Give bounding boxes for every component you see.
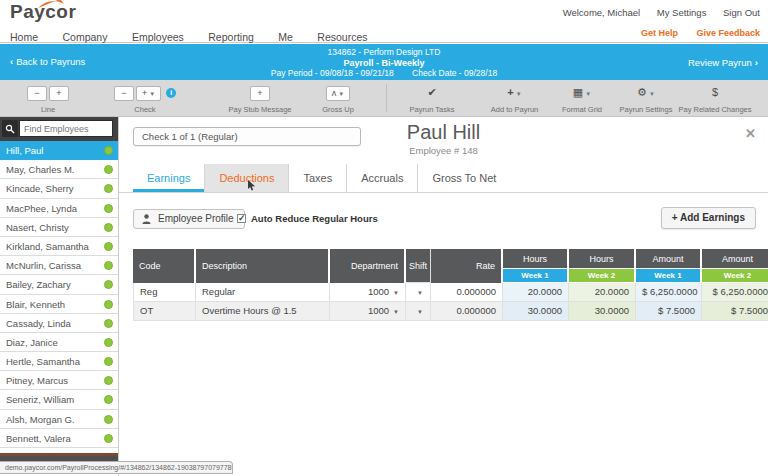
close-icon[interactable]: ✕: [745, 127, 756, 140]
status-dot-icon: [104, 204, 113, 213]
employee-list-item[interactable]: May, Charles M.: [0, 160, 118, 179]
give-feedback-link[interactable]: Give Feedback: [696, 28, 760, 38]
employee-list-item[interactable]: Alsh, Morgan G.: [0, 410, 118, 429]
browser-status-url: demo.paycor.com/PayrollProcessing/#/1348…: [0, 461, 233, 474]
employee-list-item[interactable]: Bennett, Valera: [0, 429, 118, 448]
earnings-row: OT Overtime Hours @ 1.5 1000▼ ▼ 0.000000…: [133, 302, 768, 321]
employee-name: McNurlin, Carissa: [6, 260, 81, 271]
earnings-grid: Code Description Department Shift Rate H…: [133, 249, 768, 321]
cell-rate[interactable]: 0.000000: [431, 283, 503, 302]
grid-rows: Reg Regular 1000▼ ▼ 0.000000 20.0000 20.…: [133, 283, 768, 321]
nav-company[interactable]: Company: [62, 31, 107, 43]
cell-amount-week2[interactable]: $ 6,250.0000: [702, 283, 768, 302]
cell-amount-week1[interactable]: $ 6,250.0000: [636, 283, 702, 302]
cell-department-dropdown[interactable]: 1000▼: [330, 283, 406, 302]
nav-reporting[interactable]: Reporting: [208, 31, 254, 43]
employee-list-item[interactable]: Blair, Kenneth: [0, 295, 118, 314]
add-to-payrun-button[interactable]: +▼ Add to Payrun: [477, 80, 552, 117]
cell-description: Overtime Hours @ 1.5: [196, 302, 330, 321]
nav-employees[interactable]: Employees: [132, 31, 184, 43]
employee-name: Kincade, Sherry: [6, 183, 74, 194]
cell-hours-week1[interactable]: 20.0000: [503, 283, 569, 302]
col-header-code[interactable]: Code: [133, 249, 196, 283]
employee-list-item[interactable]: Seneriz, William: [0, 390, 118, 409]
col-header-shift[interactable]: Shift: [406, 249, 431, 283]
tab-taxes[interactable]: Taxes: [289, 164, 347, 192]
employee-list-item[interactable]: Nasert, Christy: [0, 218, 118, 237]
employee-list-item[interactable]: Diaz, Janice: [0, 333, 118, 352]
employee-name: Bailey, Zachary: [6, 279, 71, 290]
employee-list-item[interactable]: Kincade, Sherry: [0, 179, 118, 198]
caret-down-icon: ▼: [585, 91, 591, 97]
employee-list-item[interactable]: Bailey, Zachary: [0, 275, 118, 294]
employee-list-item[interactable]: Hertle, Samantha: [0, 352, 118, 371]
tab-accruals[interactable]: Accruals: [347, 164, 418, 192]
employee-name: Blair, Kenneth: [6, 299, 65, 310]
cell-amount-week1[interactable]: $ 7.5000: [636, 302, 702, 321]
grid-header: Code Description Department Shift Rate H…: [133, 249, 768, 283]
cell-department-dropdown[interactable]: 1000▼: [330, 302, 406, 321]
checkbox-checked-icon: [237, 214, 246, 223]
status-dot-icon: [104, 280, 113, 289]
nav-me[interactable]: Me: [278, 31, 293, 43]
col-header-department[interactable]: Department: [330, 249, 406, 283]
check-minus-button[interactable]: −: [114, 86, 134, 101]
nav-home[interactable]: Home: [10, 31, 38, 43]
cell-amount-week2[interactable]: $ 7.5000: [702, 302, 768, 321]
status-dot-icon: [104, 300, 113, 309]
col-header-amount-week1[interactable]: AmountWeek 1: [636, 249, 702, 283]
employee-list-item[interactable]: Kirkland, Samantha: [0, 237, 118, 256]
pay-related-changes-button[interactable]: $ Pay Related Changes: [666, 80, 764, 117]
info-icon[interactable]: i: [166, 88, 176, 98]
col-header-description[interactable]: Description: [196, 249, 330, 283]
cell-shift-dropdown[interactable]: ▼: [406, 302, 431, 321]
caret-down-icon: ▼: [417, 290, 423, 296]
cell-code: Reg: [133, 283, 196, 302]
payrun-toolbar: − + Line − +▼ i Check + Pay Stub Message…: [0, 80, 768, 117]
employee-list-item[interactable]: McNurlin, Carissa: [0, 256, 118, 275]
dollar-icon: $: [666, 85, 764, 100]
gross-up-group: ᴧ▼ Gross Up: [300, 80, 376, 117]
main-nav: Home Company Employees Reporting Me Reso…: [0, 26, 768, 43]
tab-deductions[interactable]: Deductions: [205, 164, 289, 192]
cell-hours-week1[interactable]: 30.0000: [503, 302, 569, 321]
search-input[interactable]: [19, 120, 113, 137]
review-payrun-link[interactable]: Review Payrun›: [688, 57, 758, 68]
cell-shift-dropdown[interactable]: ▼: [406, 283, 431, 302]
gross-up-button[interactable]: ᴧ▼: [326, 86, 350, 101]
add-earnings-button[interactable]: + Add Earnings: [661, 207, 756, 229]
auto-reduce-checkbox[interactable]: Auto Reduce Regular Hours: [237, 213, 378, 224]
sign-out-link[interactable]: Sign Out: [723, 7, 760, 18]
cell-hours-week2[interactable]: 20.0000: [569, 283, 636, 302]
col-header-hours-week2[interactable]: HoursWeek 2: [569, 249, 636, 283]
cell-hours-week2[interactable]: 30.0000: [569, 302, 636, 321]
employee-sidebar: Hill, Paul May, Charles M. Kincade, Sher…: [0, 117, 118, 476]
format-grid-button[interactable]: ▦▼ Format Grid: [549, 80, 615, 117]
employee-list-item[interactable]: MacPhee, Lynda: [0, 199, 118, 218]
line-minus-button[interactable]: −: [27, 86, 47, 101]
status-dot-icon: [104, 319, 113, 328]
col-header-hours-week1[interactable]: HoursWeek 1: [503, 249, 569, 283]
col-header-amount-week2[interactable]: AmountWeek 2: [702, 249, 768, 283]
tab-gross-to-net[interactable]: Gross To Net: [418, 164, 510, 192]
employee-profile-button[interactable]: Employee Profile: [133, 209, 245, 229]
nav-resources[interactable]: Resources: [317, 31, 367, 43]
caret-down-icon: ▼: [393, 309, 399, 315]
employee-list-item[interactable]: Hill, Paul: [0, 141, 118, 160]
get-help-link[interactable]: Get Help: [641, 28, 678, 38]
tab-earnings[interactable]: Earnings: [133, 164, 205, 192]
col-header-rate[interactable]: Rate: [431, 249, 503, 283]
employee-list-item[interactable]: Cassady, Linda: [0, 314, 118, 333]
welcome-user: Welcome, Michael: [563, 7, 640, 18]
pay-stub-message-button[interactable]: +: [250, 86, 270, 101]
payrun-tasks-button[interactable]: ✔ Payrun Tasks: [393, 80, 471, 117]
paycor-logo[interactable]: Paycor: [10, 1, 76, 23]
employee-list-item[interactable]: Pitney, Marcus: [0, 371, 118, 390]
check-plus-button[interactable]: +▼: [136, 86, 161, 101]
caret-down-icon: ▼: [516, 91, 522, 97]
caret-down-icon: ▼: [417, 309, 423, 315]
employee-name: Hertle, Samantha: [6, 356, 80, 367]
line-plus-button[interactable]: +: [49, 86, 69, 101]
cell-rate[interactable]: 0.000000: [431, 302, 503, 321]
my-settings-link[interactable]: My Settings: [657, 7, 707, 18]
